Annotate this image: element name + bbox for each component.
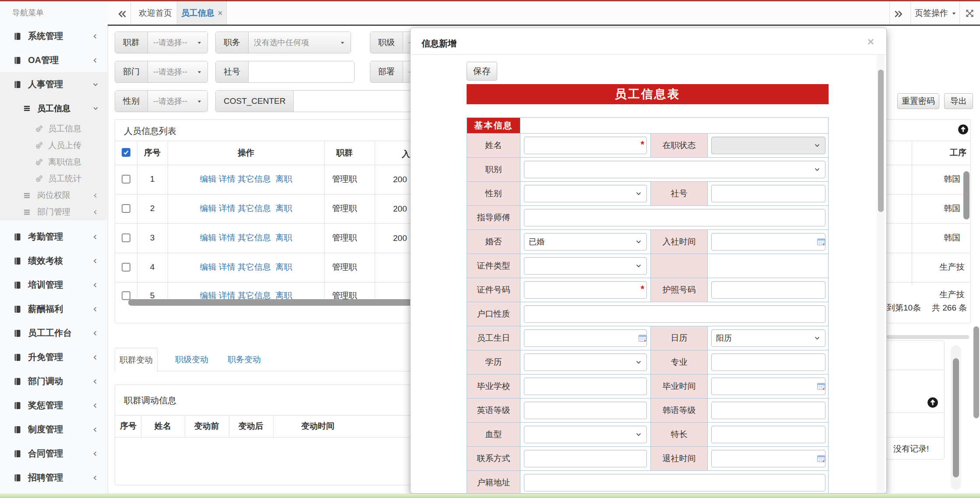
employment-status-select[interactable] [711,137,825,154]
save-button[interactable]: 保存 [467,62,497,81]
filter-bumen-select[interactable]: --请选择-- [148,61,207,82]
sidebar-item-employee-info[interactable]: 员工信息 [0,120,108,137]
detail-link[interactable]: 详情 [219,262,235,272]
tab-zhiji-change[interactable]: 职级变动 [173,348,211,371]
resign-link[interactable]: 离职 [276,204,292,213]
name-input[interactable] [524,137,647,154]
contact-input[interactable] [524,450,647,467]
sidebar-item-performance[interactable]: 绩效考核 [0,249,108,273]
other-info-link[interactable]: 其它信息 [238,204,271,213]
join-date-input[interactable] [711,233,825,251]
graduation-date-input[interactable] [711,378,825,395]
tab-employee-info[interactable]: 员工信息 × [177,1,227,25]
reset-password-button[interactable]: 重置密码 [897,93,939,109]
graduate-school-input[interactable] [524,378,647,395]
leave-date-input[interactable] [711,450,825,467]
filter-xingbie-select[interactable]: --请选择-- [148,91,207,112]
sidebar-item-hr[interactable]: 人事管理 [0,72,108,96]
other-info-link[interactable]: 其它信息 [238,262,271,272]
sidebar-item-post-permission[interactable]: 岗位权限 [0,187,108,204]
other-info-link[interactable]: 其它信息 [238,291,271,300]
edit-link[interactable]: 编辑 [200,204,216,213]
edit-link[interactable]: 编辑 [200,262,216,272]
cost-center-input[interactable] [294,91,421,112]
vertical-scrollbar-thumb[interactable] [963,171,969,219]
sidebar-item-workbench[interactable]: 员工工作台 [0,321,108,345]
sidebar-item-employee-info-group[interactable]: 员工信息 [0,96,108,120]
other-info-link[interactable]: 其它信息 [238,233,271,242]
korean-level-input[interactable] [711,402,825,419]
gender-select[interactable] [524,185,647,202]
resign-link[interactable]: 离职 [276,174,292,184]
tab-zhiwu-change[interactable]: 职务变动 [225,348,263,371]
horizontal-scrollbar-thumb[interactable] [887,335,969,339]
tab-operations-dropdown[interactable]: 页签操作 [915,1,957,25]
modal-scrollbar-thumb[interactable] [878,70,884,212]
sidebar-item-system[interactable]: 系统管理 [0,24,108,48]
filter-zhiqun-select[interactable]: --请选择-- [148,32,207,53]
detail-link[interactable]: 详情 [219,174,235,184]
education-select[interactable] [524,353,647,371]
edit-link[interactable]: 编辑 [200,174,216,184]
calendar-icon[interactable] [817,238,825,246]
marital-select[interactable]: 已婚 [524,233,647,251]
row-checkbox[interactable] [122,204,130,213]
sidebar-item-personnel-upload[interactable]: 人员上传 [0,137,108,154]
tab-close-icon[interactable]: × [218,9,223,18]
sidebar-item-regulation[interactable]: 制度管理 [0,417,108,441]
sidebar-item-salary[interactable]: 薪酬福利 [0,297,108,321]
collapse-panel-icon[interactable] [927,397,938,408]
modal-close-icon[interactable]: × [868,35,874,49]
passport-input[interactable] [711,281,825,299]
page-scrollbar-thumb[interactable] [973,326,979,418]
edit-link[interactable]: 编辑 [200,233,216,242]
tab-zhiqun-change[interactable]: 职群变动 [115,348,158,372]
row-checkbox[interactable] [122,233,130,242]
calendar-icon[interactable] [638,334,647,342]
sidebar-item-resignation-info[interactable]: 离职信息 [0,154,108,170]
scroll-tabs-right-icon[interactable] [894,9,903,19]
row-checkbox[interactable] [122,175,130,184]
specialty-input[interactable] [711,426,825,443]
resign-link[interactable]: 离职 [276,291,292,300]
calendar-type-select[interactable]: 阳历 [711,329,825,347]
collapse-panel-icon[interactable] [958,124,969,135]
resign-link[interactable]: 离职 [276,262,292,272]
tab-welcome[interactable]: 欢迎首页 [134,1,177,25]
sidebar-item-contract[interactable]: 合同管理 [0,441,108,466]
sidebar-item-promotion[interactable]: 升免管理 [0,345,108,369]
sidebar-item-dept-transfer[interactable]: 部门调动 [0,369,108,393]
sidebar-item-attendance[interactable]: 考勤管理 [0,225,108,249]
sidebar-item-reward-punishment[interactable]: 奖惩管理 [0,393,108,417]
row-checkbox[interactable] [122,263,130,272]
job-class-select[interactable] [524,161,825,178]
export-button[interactable]: 导出 [944,93,973,109]
edit-link[interactable]: 编辑 [200,291,216,300]
mentor-input[interactable] [524,209,825,226]
sidebar-item-dept-management[interactable]: 部门管理 [0,204,108,220]
english-level-input[interactable] [524,402,647,419]
company-id-input[interactable] [711,185,825,202]
major-input[interactable] [711,353,825,371]
other-info-link[interactable]: 其它信息 [238,174,271,184]
detail-link[interactable]: 详情 [219,233,235,242]
horizontal-scrollbar-thumb[interactable] [128,299,422,306]
blood-type-select[interactable] [524,426,647,443]
registered-address-input[interactable] [524,474,825,491]
calendar-icon[interactable] [817,455,825,463]
sidebar-item-employee-stats[interactable]: 员工统计 [0,170,108,187]
id-number-input[interactable] [524,281,647,299]
shehao-input[interactable] [249,61,355,83]
scroll-tabs-left-icon[interactable] [117,9,127,19]
household-type-input[interactable] [524,305,825,323]
detail-link[interactable]: 详情 [219,204,235,213]
sidebar-item-recruitment[interactable]: 招聘管理 [0,466,108,490]
resign-link[interactable]: 离职 [276,233,292,242]
filter-zhiwu-select[interactable]: 没有选中任何项 [249,32,351,53]
detail-link[interactable]: 详情 [219,291,235,300]
calendar-icon[interactable] [817,382,825,390]
fullscreen-toggle-icon[interactable] [965,8,975,18]
vertical-scrollbar-thumb[interactable] [953,358,959,477]
birthday-input[interactable] [524,329,647,347]
sidebar-item-training[interactable]: 培训管理 [0,273,108,297]
